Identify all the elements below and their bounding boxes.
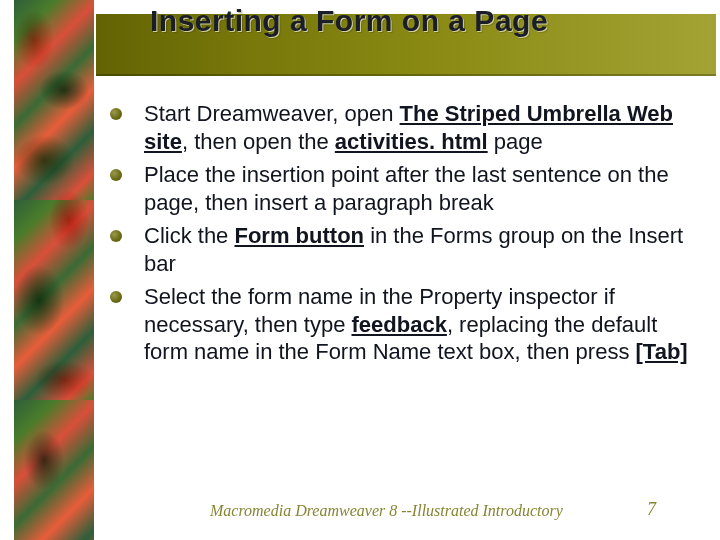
bullet-item: Select the form name in the Property ins… bbox=[108, 283, 690, 366]
page-number: 7 bbox=[647, 499, 656, 520]
text-run: Click the bbox=[144, 223, 234, 248]
text-run: feedback bbox=[352, 312, 447, 337]
text-run: [Tab] bbox=[636, 339, 688, 364]
text-run: page bbox=[488, 129, 543, 154]
text-run: Place the insertion point after the last… bbox=[144, 162, 669, 215]
footer-text: Macromedia Dreamweaver 8 --Illustrated I… bbox=[210, 502, 563, 520]
text-run: Start Dreamweaver, open bbox=[144, 101, 400, 126]
decorative-sidebar-image bbox=[14, 0, 94, 540]
slide-title: Inserting a Form on a Page bbox=[150, 4, 700, 38]
text-run: , then open the bbox=[182, 129, 335, 154]
slide-content: Start Dreamweaver, open The Striped Umbr… bbox=[108, 100, 690, 372]
bullet-item: Start Dreamweaver, open The Striped Umbr… bbox=[108, 100, 690, 155]
text-run: Form button bbox=[234, 223, 364, 248]
bullet-list: Start Dreamweaver, open The Striped Umbr… bbox=[108, 100, 690, 366]
bullet-item: Click the Form button in the Forms group… bbox=[108, 222, 690, 277]
bullet-item: Place the insertion point after the last… bbox=[108, 161, 690, 216]
text-run: activities. html bbox=[335, 129, 488, 154]
